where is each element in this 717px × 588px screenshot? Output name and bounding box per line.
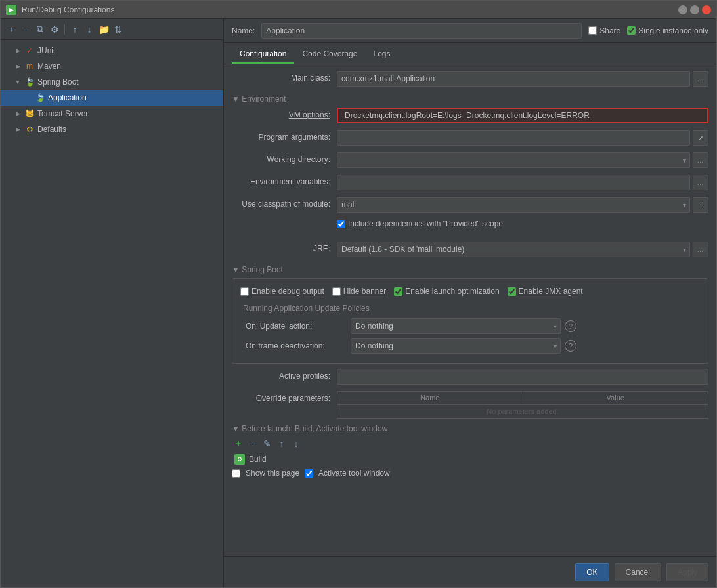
toolbar-separator — [64, 24, 65, 35]
override-value-header: Value — [523, 392, 708, 404]
folder-button[interactable]: 📁 — [97, 23, 110, 36]
maximize-button[interactable] — [690, 5, 699, 14]
program-args-label: Program arguments: — [232, 130, 337, 142]
vm-options-control — [337, 108, 708, 123]
sort-button[interactable]: ⇅ — [112, 23, 125, 36]
springboot-section-label: ▼ Spring Boot — [232, 265, 283, 274]
env-vars-input[interactable] — [337, 175, 690, 190]
window-title: Run/Debug Configurations — [22, 5, 673, 14]
build-icon: ⚙ — [234, 454, 245, 465]
before-launch-up-button[interactable]: ↑ — [275, 437, 288, 450]
classpath-select[interactable]: mall — [337, 197, 690, 213]
configure-button[interactable]: ⚙ — [48, 23, 61, 36]
override-params-header: Name Value — [337, 392, 708, 404]
enable-debug-label: Enable debug output — [251, 287, 324, 296]
on-update-select[interactable]: Do nothing — [351, 318, 561, 334]
main-class-label: Main class: — [232, 71, 337, 83]
junit-expand-icon: ▶ — [14, 47, 22, 54]
jre-row: JRE: Default (1.8 - SDK of 'mall' module… — [232, 242, 708, 259]
single-instance-label: Single instance only — [638, 26, 708, 35]
before-launch-label: ▼ Before launch: Build, Activate tool wi… — [232, 424, 387, 433]
remove-config-button[interactable]: − — [19, 23, 32, 36]
jre-browse-button[interactable]: ... — [693, 242, 708, 257]
main-class-browse-button[interactable]: ... — [693, 71, 708, 87]
sidebar-item-label-defaults: Defaults — [37, 125, 66, 134]
jre-label: JRE: — [232, 242, 337, 253]
vm-options-input[interactable] — [337, 108, 708, 123]
before-launch-add-button[interactable]: + — [232, 437, 245, 450]
jre-control: Default (1.8 - SDK of 'mall' module) ... — [337, 242, 708, 257]
activate-tool-label: Activate tool window — [318, 469, 390, 478]
on-frame-select[interactable]: Do nothing — [351, 338, 561, 354]
override-name-header: Name — [337, 392, 523, 404]
run-debug-window: ▶ Run/Debug Configurations + − ⧉ ⚙ ↑ ↓ 📁… — [0, 0, 717, 588]
tab-configuration[interactable]: Configuration — [232, 45, 294, 64]
move-up-button[interactable]: ↑ — [68, 23, 81, 36]
enable-jmx-label: Enable JMX agent — [519, 287, 583, 296]
springboot-options: Enable debug output Hide banner Enable l… — [240, 284, 700, 299]
working-dir-input[interactable] — [337, 152, 690, 168]
jre-select[interactable]: Default (1.8 - SDK of 'mall' module) — [337, 242, 690, 257]
sidebar-item-label-junit: JUnit — [37, 46, 55, 55]
tab-logs[interactable]: Logs — [365, 45, 398, 64]
cancel-button[interactable]: Cancel — [615, 563, 661, 581]
springboot-section-header: ▼ Spring Boot — [232, 265, 708, 274]
env-vars-browse-button[interactable]: ... — [693, 175, 708, 190]
before-launch-down-button[interactable]: ↓ — [290, 437, 303, 450]
on-frame-label: On frame deactivation: — [246, 341, 351, 350]
close-button[interactable] — [702, 5, 711, 14]
show-page-row: Show this page Activate tool window — [232, 466, 708, 480]
application-icon: 🍃 — [35, 93, 45, 103]
override-params-row: Override parameters: Name Value No param… — [232, 391, 708, 419]
active-profiles-input[interactable] — [337, 369, 708, 385]
on-frame-help-icon[interactable]: ? — [565, 340, 576, 352]
working-dir-row: Working directory: ▾ ... — [232, 152, 708, 169]
maven-icon: m — [24, 61, 35, 72]
add-config-button[interactable]: + — [5, 23, 18, 36]
maven-expand-icon: ▶ — [14, 62, 22, 70]
minimize-button[interactable] — [678, 5, 687, 14]
move-down-button[interactable]: ↓ — [83, 23, 96, 36]
single-instance-checkbox-input[interactable] — [627, 26, 636, 35]
main-class-control: ... — [337, 71, 708, 87]
config-area: Main class: ... ▼ Environment VM options… — [224, 64, 716, 556]
sidebar-item-junit[interactable]: ▶ ✓ JUnit — [1, 43, 223, 58]
sidebar-item-label-springboot: Spring Boot — [37, 77, 79, 87]
on-update-row: On 'Update' action: Do nothing ? — [240, 318, 700, 334]
program-args-input[interactable] — [337, 130, 690, 146]
enable-debug-checkbox[interactable] — [240, 287, 249, 296]
tab-code-coverage[interactable]: Code Coverage — [294, 45, 365, 64]
program-args-browse-button[interactable]: ↗ — [693, 130, 708, 146]
enable-launch-checkbox[interactable] — [394, 287, 402, 296]
sidebar-item-application[interactable]: 🍃 Application — [1, 90, 223, 106]
main-content: + − ⧉ ⚙ ↑ ↓ 📁 ⇅ ▶ ✓ JUnit ▶ — [1, 19, 716, 587]
hide-banner-checkbox[interactable] — [332, 287, 341, 296]
tabs: Configuration Code Coverage Logs — [224, 43, 716, 64]
sidebar-item-maven[interactable]: ▶ m Maven — [1, 58, 223, 74]
on-update-label: On 'Update' action: — [246, 322, 351, 331]
name-input[interactable] — [261, 23, 582, 39]
ok-button[interactable]: OK — [575, 563, 609, 581]
main-class-input[interactable] — [337, 71, 690, 87]
sidebar-item-defaults[interactable]: ▶ ⚙ Defaults — [1, 121, 223, 137]
apply-button[interactable]: Apply — [666, 563, 708, 581]
sidebar-item-label-application: Application — [48, 93, 87, 102]
enable-jmx-checkbox[interactable] — [508, 287, 516, 296]
springboot-icon: 🍃 — [24, 77, 35, 87]
activate-tool-checkbox[interactable] — [305, 469, 313, 478]
hide-banner-row: Hide banner — [332, 287, 386, 296]
sidebar-item-tomcat[interactable]: ▶ 🐱 Tomcat Server — [1, 106, 223, 121]
show-page-checkbox[interactable] — [232, 469, 240, 478]
classpath-more-button[interactable]: ⋮ — [693, 197, 708, 213]
before-launch-remove-button[interactable]: − — [246, 437, 259, 450]
on-update-help-icon[interactable]: ? — [565, 320, 576, 332]
running-policies-title: Running Application Update Policies — [240, 304, 700, 313]
include-deps-checkbox[interactable] — [337, 220, 345, 228]
share-checkbox-input[interactable] — [588, 26, 597, 35]
before-launch-edit-button[interactable]: ✎ — [261, 437, 274, 450]
copy-config-button[interactable]: ⧉ — [33, 23, 47, 36]
show-page-label: Show this page — [246, 469, 299, 478]
sidebar-item-springboot[interactable]: ▼ 🍃 Spring Boot — [1, 74, 223, 90]
running-policies: Running Application Update Policies On '… — [240, 304, 700, 354]
working-dir-browse-button[interactable]: ... — [693, 152, 708, 168]
